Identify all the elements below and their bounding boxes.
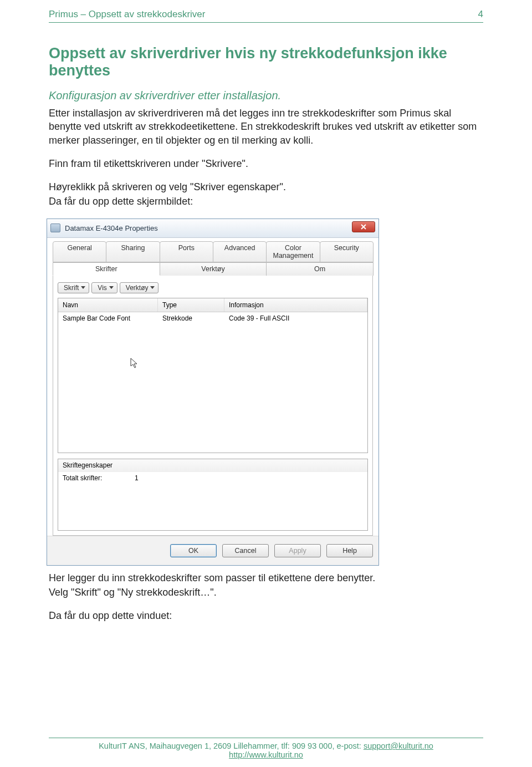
toolbar-vis-label: Vis — [98, 284, 106, 292]
tab-color-management[interactable]: Color Management — [266, 241, 320, 262]
dialog-button-row: OK Cancel Apply Help — [47, 536, 378, 565]
fonts-grid[interactable]: Navn Type Informasjon Sample Bar Code Fo… — [58, 298, 368, 453]
dialog-title: Datamax E-4304e Properties — [65, 224, 158, 232]
tab-om[interactable]: Om — [266, 262, 374, 276]
tab-security[interactable]: Security — [320, 241, 374, 262]
dialog-titlebar: Datamax E-4304e Properties — [47, 219, 378, 238]
font-properties-title: Skriftegenskaper — [58, 459, 367, 472]
dialog-toolbar: Skrift Vis Verktøy — [58, 280, 368, 298]
paragraph-5: Her legger du inn strekkodeskrifter som … — [49, 571, 483, 585]
page-header: Primus – Oppsett av strekkodeskriver 4 — [49, 0, 483, 20]
toolbar-verktoy-label: Verktøy — [126, 284, 149, 292]
close-button[interactable] — [352, 221, 375, 232]
tab-sharing[interactable]: Sharing — [106, 241, 160, 262]
column-informasjon[interactable]: Informasjon — [224, 298, 367, 312]
heading-2: Konfigurasjon av skriverdriver etter ins… — [49, 89, 483, 102]
tab-row-top: General Sharing Ports Advanced Color Man… — [53, 241, 373, 262]
page-number: 4 — [478, 9, 483, 20]
paragraph-6: Velg "Skrift" og "Ny strekkodeskrift…". — [49, 586, 483, 599]
printer-icon — [50, 224, 60, 232]
toolbar-skrift-button[interactable]: Skrift — [58, 282, 89, 293]
grid-row[interactable]: Sample Bar Code Font Strekkode Code 39 -… — [58, 312, 367, 324]
chevron-down-icon — [81, 286, 85, 289]
chevron-down-icon — [150, 286, 155, 289]
toolbar-verktoy-button[interactable]: Verktøy — [120, 282, 159, 293]
properties-dialog: Datamax E-4304e Properties General Shari… — [47, 219, 379, 566]
cursor-icon — [130, 358, 139, 369]
close-icon — [360, 224, 367, 230]
footer-url-link[interactable]: http://www.kulturit.no — [49, 750, 483, 759]
toolbar-skrift-label: Skrift — [64, 284, 79, 292]
header-rule — [49, 22, 483, 23]
column-navn[interactable]: Navn — [58, 298, 158, 312]
page-footer: KulturIT ANS, Maihaugvegen 1, 2609 Lille… — [49, 738, 483, 759]
tab-general[interactable]: General — [53, 241, 106, 262]
cell-type: Strekkode — [158, 312, 224, 324]
grid-header: Navn Type Informasjon — [58, 298, 367, 312]
toolbar-vis-button[interactable]: Vis — [91, 282, 117, 293]
paragraph-7: Da får du opp dette vinduet: — [49, 609, 483, 622]
paragraph-2: Finn fram til etikettskriveren under "Sk… — [49, 157, 483, 170]
paragraph-3: Høyreklikk på skriveren og velg "Skriver… — [49, 180, 483, 194]
apply-button[interactable]: Apply — [274, 544, 321, 557]
tab-ports[interactable]: Ports — [160, 241, 213, 262]
paragraph-4: Da får du opp dette skjermbildet: — [49, 195, 483, 208]
total-fonts-label: Totalt skrifter: — [63, 474, 135, 482]
tab-advanced[interactable]: Advanced — [213, 241, 267, 262]
tab-verktoy[interactable]: Verktøy — [160, 262, 267, 276]
total-fonts-value: 1 — [135, 474, 139, 482]
tab-row-bottom: Skrifter Verktøy Om — [53, 262, 373, 276]
tab-skrifter[interactable]: Skrifter — [53, 262, 160, 276]
ok-button[interactable]: OK — [170, 544, 217, 557]
column-type[interactable]: Type — [158, 298, 224, 312]
cell-name: Sample Bar Code Font — [58, 312, 158, 324]
footer-text: KulturIT ANS, Maihaugvegen 1, 2609 Lille… — [99, 741, 364, 750]
cell-info: Code 39 - Full ASCII — [224, 312, 367, 324]
footer-email-link[interactable]: support@kulturit.no — [364, 741, 433, 750]
heading-1: Oppsett av skriverdriver hvis ny strekko… — [49, 45, 483, 79]
font-properties-box: Skriftegenskaper Totalt skrifter: 1 — [58, 459, 368, 531]
header-title: Primus – Oppsett av strekkodeskriver — [49, 9, 205, 20]
help-button[interactable]: Help — [326, 544, 373, 557]
cancel-button[interactable]: Cancel — [222, 544, 269, 557]
dialog-body: Skrift Vis Verktøy Navn Type — [53, 276, 373, 536]
chevron-down-icon — [109, 286, 114, 289]
paragraph-1: Etter installasjon av skriverdriveren må… — [49, 106, 483, 147]
